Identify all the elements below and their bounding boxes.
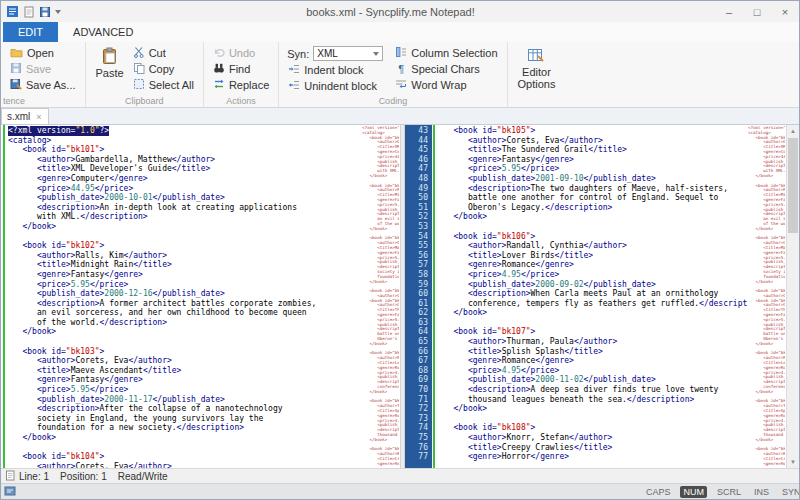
code-line[interactable]: </book>	[439, 212, 786, 222]
code-view-left[interactable]: <?xml version="1.0"?><catalog> <book id=…	[8, 126, 400, 468]
code-line[interactable]	[439, 222, 786, 232]
code-line[interactable]: <book id="bk107">	[439, 327, 786, 337]
scroll-lock-toggle[interactable]: SCRL	[714, 486, 744, 498]
code-line[interactable]: </book>	[439, 404, 786, 414]
code-line[interactable]: <book id="bk106">	[439, 232, 786, 242]
vertical-scrollbar[interactable]: ▲ ▼	[786, 125, 799, 468]
code-line[interactable]: an evil sorceress, and her own childhood…	[8, 308, 400, 318]
code-line[interactable]: <book id="bk104">	[8, 452, 400, 462]
code-line[interactable]: <description>A deep sea diver finds true…	[439, 385, 786, 395]
code-line[interactable]: </book>	[8, 222, 400, 232]
code-line[interactable]: with XML.</description>	[8, 212, 400, 222]
tab-close-icon[interactable]: ×	[36, 112, 41, 122]
code-line[interactable]: of the world.</description>	[8, 318, 400, 328]
code-line[interactable]: <price>44.95</price>	[8, 184, 400, 194]
code-line[interactable]: <author>Knorr, Stefan</author>	[439, 433, 786, 443]
code-line[interactable]: <genre>Computer</genre>	[8, 174, 400, 184]
code-line[interactable]: <genre>Fantasy</genre>	[8, 270, 400, 280]
code-line[interactable]: <price>4.95</price>	[439, 366, 786, 376]
code-line[interactable]: <title>Maeve Ascendant</title>	[8, 366, 400, 376]
code-line[interactable]: <book id="bk105">	[439, 126, 786, 136]
code-line[interactable]: <description>A former architect battles …	[8, 299, 400, 309]
code-line[interactable]: <author>Thurman, Paula</author>	[439, 337, 786, 347]
code-line[interactable]: </book>	[8, 327, 400, 337]
close-button[interactable]: ×	[771, 2, 799, 22]
code-line[interactable]: foundation for a new society.</descripti…	[8, 423, 400, 433]
minimap-right[interactable]: <?xml version="1.0"?> <catalog> <book id…	[748, 126, 785, 468]
copy-button[interactable]: Copy	[129, 61, 198, 77]
app-icon[interactable]	[6, 5, 19, 18]
code-line[interactable]: thousand leagues beneath the sea.</descr…	[439, 395, 786, 405]
code-line[interactable]: <publish_date>2001-09-10</publish_date>	[439, 174, 786, 184]
special-chars-button[interactable]: ¶ Special Chars	[391, 61, 501, 77]
editor-pane-right[interactable]: <book id="bk105"> <author>Corets, Eva</a…	[432, 125, 786, 468]
code-line[interactable]: <title>Midnight Rain</title>	[8, 260, 400, 270]
word-wrap-button[interactable]: Word Wrap	[391, 77, 501, 93]
code-line[interactable]: <genre>Romance</genre>	[439, 260, 786, 270]
code-line[interactable]	[8, 337, 400, 347]
document-tab[interactable]: s.xml ×	[1, 108, 49, 124]
code-line[interactable]: <author>Corets, Eva</author>	[439, 136, 786, 146]
tab-edit[interactable]: EDIT	[3, 22, 58, 42]
scroll-down-icon[interactable]: ▼	[787, 456, 799, 468]
code-line[interactable]: <book id="bk103">	[8, 347, 400, 357]
code-line[interactable]: <publish_date>2000-11-02</publish_date>	[439, 375, 786, 385]
code-line[interactable]: <book id="bk108">	[439, 423, 786, 433]
code-line[interactable]: <price>5.95</price>	[439, 164, 786, 174]
code-line[interactable]: <price>5.95</price>	[8, 385, 400, 395]
code-line[interactable]: <author>Corets, Eva</author>	[8, 356, 400, 366]
qat-new-document-icon[interactable]	[23, 6, 35, 18]
code-line[interactable]: <description>When Carla meets Paul at an…	[439, 289, 786, 299]
syntax-select[interactable]: XML	[313, 46, 383, 61]
code-line[interactable]: <title>Creepy Crawlies</title>	[439, 443, 786, 453]
replace-button[interactable]: Replace	[209, 77, 273, 93]
code-line[interactable]: <description>After the collapse of a nan…	[8, 404, 400, 414]
maximize-button[interactable]: □	[743, 2, 771, 22]
sync-toggle[interactable]: SYNC	[779, 486, 799, 498]
code-line[interactable]: </book>	[439, 308, 786, 318]
code-line[interactable]	[8, 232, 400, 242]
code-line[interactable]: <title>The Sundered Grail</title>	[439, 145, 786, 155]
code-line[interactable]: <price>5.95</price>	[8, 280, 400, 290]
minimap-left[interactable]: <?xml version="1.0"?> <catalog> <book id…	[362, 126, 399, 468]
qat-chevron-down-icon[interactable]	[55, 10, 61, 14]
caps-lock-toggle[interactable]: CAPS	[643, 486, 674, 498]
insert-mode-toggle[interactable]: INS	[751, 486, 772, 498]
cut-button[interactable]: Cut	[129, 45, 198, 61]
paste-button[interactable]: Paste	[91, 45, 129, 81]
code-line[interactable]: <genre>Horror</genre>	[439, 452, 786, 462]
code-line[interactable]: <genre>Fantasy</genre>	[8, 375, 400, 385]
scroll-up-icon[interactable]: ▲	[787, 125, 799, 137]
code-line[interactable]: <author>Corets, Eva</author>	[8, 462, 400, 468]
code-line[interactable]: battle one another for control of Englan…	[439, 193, 786, 203]
code-line[interactable]: <book id="bk102">	[8, 241, 400, 251]
tab-advanced[interactable]: ADVANCED	[58, 22, 148, 42]
undo-button[interactable]: Undo	[209, 45, 273, 61]
code-line[interactable]: Oberon's Legacy.</description>	[439, 203, 786, 213]
qat-save-icon[interactable]	[39, 6, 51, 18]
scrollbar-thumb[interactable]	[788, 138, 798, 233]
code-line[interactable]: <book id="bk101">	[8, 145, 400, 155]
code-line[interactable]: conference, tempers fly as feathers get …	[439, 299, 786, 309]
code-line[interactable]	[439, 318, 786, 328]
num-lock-toggle[interactable]: NUM	[680, 486, 707, 498]
code-line[interactable]: <?xml version="1.0"?>	[8, 126, 109, 136]
code-line[interactable]: <publish_date>2000-12-16</publish_date>	[8, 289, 400, 299]
editor-options-button[interactable]: Editor Options	[513, 45, 561, 92]
code-line[interactable]: <genre>Fantasy</genre>	[439, 155, 786, 165]
code-line[interactable]	[439, 414, 786, 424]
save-button[interactable]: Save	[6, 61, 80, 77]
code-line[interactable]: <publish_date>2000-10-01</publish_date>	[8, 193, 400, 203]
code-line[interactable]: </book>	[8, 433, 400, 443]
code-line[interactable]: <title>Splish Splash</title>	[439, 347, 786, 357]
code-line[interactable]: society in England, the young survivors …	[8, 414, 400, 424]
code-line[interactable]: <publish_date>2000-11-17</publish_date>	[8, 395, 400, 405]
editor-pane-left[interactable]: <?xml version="1.0"?><catalog> <book id=…	[1, 125, 400, 468]
code-line[interactable]: <description>The two daughters of Maeve,…	[439, 184, 786, 194]
indent-block-button[interactable]: Indent block	[284, 62, 383, 78]
code-line[interactable]	[8, 443, 400, 453]
code-view-right[interactable]: <book id="bk105"> <author>Corets, Eva</a…	[439, 126, 786, 468]
save-as-button[interactable]: Save As...	[6, 77, 80, 93]
code-line[interactable]: <author>Gambardella, Matthew</author>	[8, 155, 400, 165]
code-line[interactable]: <title>Lover Birds</title>	[439, 251, 786, 261]
